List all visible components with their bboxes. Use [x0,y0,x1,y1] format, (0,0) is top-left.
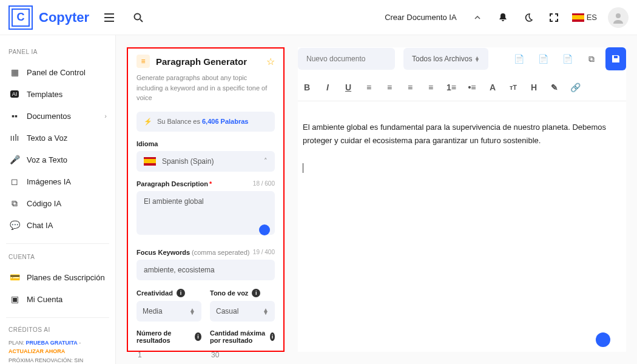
info-icon[interactable]: i [177,289,185,297]
app-header: C Copyter Crear Documento IA ES [0,0,637,35]
main-area: ≡ Paragraph Generator ☆ Generate paragra… [115,35,637,364]
unordered-list-icon[interactable]: •≡ [467,83,477,92]
sidebar-item-panel-de-control[interactable]: ▦ Panel de Control [0,61,115,83]
sidebar-item-imagenes-ia[interactable]: ◻ Imágenes IA [0,170,115,192]
export-pdf-icon[interactable]: 📄 [533,47,553,70]
align-center-icon[interactable]: ≡ [384,83,395,92]
logo-letter: C [12,8,30,27]
sidebar-item-texto-a-voz[interactable]: ıılı Texto a Voz [0,127,115,149]
renewal-line: PRÓXIMA RENOVACIÓN: SIN RENOVACIÓN [8,356,107,364]
grammar-floating-icon[interactable] [596,332,610,347]
editor-body[interactable]: El ambiente global es fundamental para l… [298,101,626,194]
flag-spain-icon [572,13,584,22]
grammar-badge-icon[interactable] [259,224,270,235]
sidebar-item-voz-a-texto[interactable]: 🎤 Voz a Texto [0,149,115,170]
sort-icon: ▲▼ [474,56,480,62]
link-icon[interactable]: 🔗 [570,83,581,92]
creativity-select[interactable]: Media ▲▼ [136,301,201,322]
user-avatar[interactable] [608,7,629,28]
underline-icon[interactable]: U [343,83,354,92]
tone-select[interactable]: Casual ▲▼ [210,301,275,322]
description-textarea[interactable] [136,191,275,235]
sidebar-item-planes[interactable]: 💳 Planes de Suscripción [0,266,115,288]
code-icon: ⧉ [8,197,21,209]
desc-label: Paragraph Description* 18 / 600 [136,180,275,187]
sidebar-item-label: Chat IA [27,221,53,230]
panel-subtitle: Generate paragraphs about any topic incl… [136,73,275,103]
sidebar-item-mi-cuenta[interactable]: ▣ Mi Cuenta [0,288,115,310]
export-word-icon[interactable]: 📄 [508,47,529,70]
keywords-input[interactable] [136,260,275,280]
language-switcher[interactable]: ES [570,8,599,27]
dashboard-icon: ▦ [8,66,21,78]
editor-area: Todos los Archivos ▲▼ 📄 📄 📄 ⧉ B I U ≡ [298,47,626,352]
generator-panel: ≡ Paragraph Generator ☆ Generate paragra… [127,47,285,352]
upgrade-link[interactable]: ACTUALIZAR AHORA [8,348,65,354]
max-label: Cantidad máxima por resultadoi [210,329,275,345]
sidebar-item-documentos[interactable]: ▪▪ Documentos › [0,105,115,127]
favorite-star-icon[interactable]: ☆ [266,56,275,67]
sidebar-item-label: Planes de Suscripción [27,273,105,282]
highlight-icon[interactable]: ✎ [549,83,560,92]
text-size-icon[interactable]: тT [508,84,519,91]
templates-icon: AI [8,88,21,100]
max-value[interactable]: 30 [210,348,275,362]
desc-counter: 18 / 600 [253,180,275,187]
language-select[interactable]: Spanish (Spain) ˄ [136,151,275,172]
sort-icon: ▲▼ [263,308,269,314]
search-icon[interactable] [129,8,147,27]
files-select[interactable]: Todos los Archivos ▲▼ [403,48,488,70]
svg-point-1 [616,13,621,18]
info-icon[interactable]: i [195,332,201,341]
stt-icon: 🎤 [8,153,21,166]
heading-icon[interactable]: H [528,83,539,92]
chevron-up-icon: ˄ [264,157,268,165]
sidebar-item-label: Mi Cuenta [27,295,62,304]
info-icon[interactable]: i [252,289,260,297]
sidebar-item-codigo-ia[interactable]: ⧉ Código IA [0,192,115,214]
lang-label: Idioma [136,140,275,147]
plan-name[interactable]: PRUEBA GRATUITA [26,340,78,346]
chevron-right-icon: › [104,112,107,120]
sidebar-item-label: Código IA [27,199,61,208]
documents-icon: ▪▪ [8,110,21,122]
sidebar-item-label: Panel de Control [27,68,86,77]
text-caret [303,163,303,173]
info-icon[interactable]: i [270,332,275,341]
fullscreen-icon[interactable] [544,8,564,27]
results-value[interactable]: 1 [136,348,201,362]
align-right-icon[interactable]: ≡ [405,83,416,92]
ordered-list-icon[interactable]: 1≡ [446,83,457,92]
sidebar-divider [6,317,109,318]
align-left-icon[interactable]: ≡ [363,83,374,92]
sidebar-item-label: Imágenes IA [27,177,71,186]
save-button[interactable] [605,47,626,70]
sidebar-item-chat-ia[interactable]: 💬 Chat IA [0,214,115,236]
balance-value: 6,406 Palabras [202,118,248,125]
bell-icon[interactable] [493,8,513,27]
panel-type-icon: ≡ [136,55,150,68]
font-icon[interactable]: A [487,83,498,92]
plan-line: PLAN: PRUEBA GRATUITA - ACTUALIZAR AHORA [8,339,107,356]
chevron-up-icon[interactable] [468,8,487,27]
account-icon: ▣ [8,293,21,305]
results-label: Número de resultadosi [136,329,201,345]
copy-icon[interactable]: ⧉ [581,47,602,70]
create-doc-link[interactable]: Crear Documento IA [385,13,457,22]
plans-icon: 💳 [8,271,21,283]
export-txt-icon[interactable]: 📄 [557,47,578,70]
bold-icon[interactable]: B [302,83,312,92]
italic-icon[interactable]: I [322,83,333,92]
credits-heading: CRÉDITOS AI [8,325,107,339]
svg-point-0 [135,13,141,19]
sidebar-item-label: Voz a Texto [27,155,67,164]
align-justify-icon[interactable]: ≡ [425,83,436,92]
document-name-input[interactable] [298,48,395,70]
sidebar-item-templates[interactable]: AI Templates [0,83,115,105]
sidebar: PANEL IA ▦ Panel de Control AI Templates… [0,35,115,364]
panel-title: Paragraph Generator [156,56,266,67]
sort-icon: ▲▼ [189,308,195,314]
dark-mode-icon[interactable] [519,8,538,27]
menu-toggle-icon[interactable] [100,8,118,27]
balance-pill: ⚡ Su Balance es 6,406 Palabras [136,112,275,132]
